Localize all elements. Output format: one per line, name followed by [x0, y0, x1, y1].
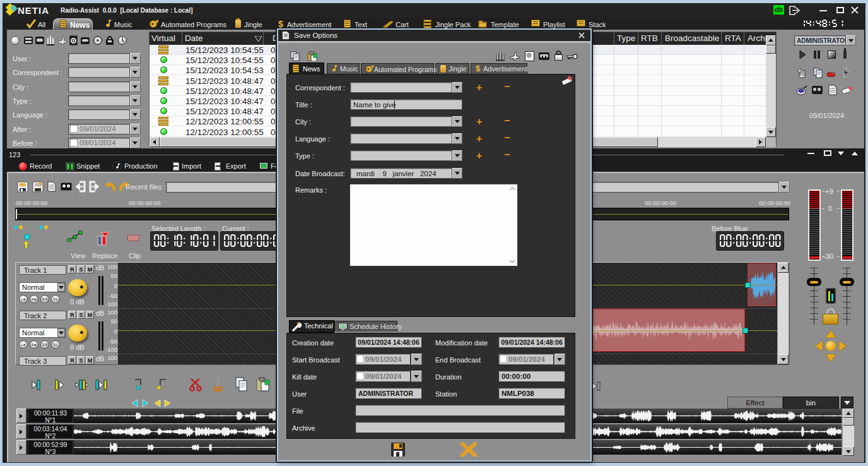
svg-text:?: ?	[38, 181, 43, 189]
